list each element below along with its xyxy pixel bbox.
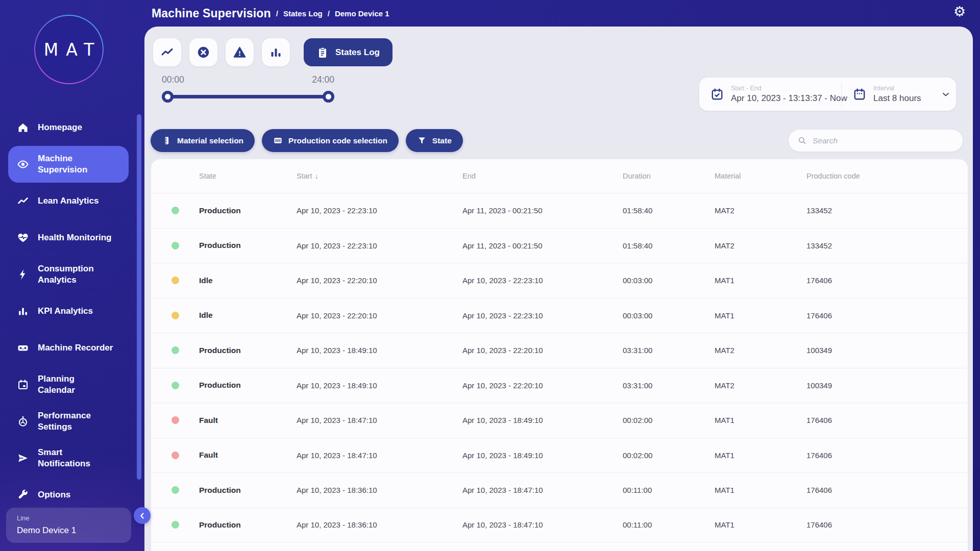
cell-production-code: 176406 [806,451,968,460]
table-row[interactable]: ProductionApr 10, 2023 - 18:36:10Apr 10,… [151,508,968,543]
slider-handle-end[interactable] [323,91,334,103]
sidebar-item-label: PerformanceSettings [38,410,91,433]
sidebar-item-kpi-analytics[interactable]: KPI Analytics [8,293,129,330]
cell-state: Idle [199,311,297,320]
state-filter-button[interactable]: State [406,129,463,152]
sidebar-item-label: PlanningCalendar [38,373,75,396]
slider-start-label: 00:00 [162,74,184,85]
toolbar-warnings-button[interactable] [226,38,254,66]
cell-production-code: 133452 [806,206,968,215]
sidebar-item-performance-settings[interactable]: PerformanceSettings [8,403,129,440]
calendar-dots-icon [853,88,866,101]
toolbar-trend-button[interactable] [153,38,181,66]
sidebar-item-label: Machine Recorder [38,342,113,354]
chevron-left-icon [137,511,148,521]
stopwatch-icon [17,415,29,428]
sidebar-item-label: MachineSupervision [38,153,87,176]
state-dot [172,242,179,249]
cell-end: Apr 11, 2023 - 00:21:50 [462,241,623,250]
state-dot [172,312,179,319]
sort-arrow-icon: ↓ [315,172,318,180]
cell-material: MAT2 [715,241,806,250]
breadcrumb-device[interactable]: Demo Device 1 [335,9,389,18]
states-table-body: ProductionApr 10, 2023 - 22:23:10Apr 11,… [151,193,968,542]
sidebar-item-machine-recorder[interactable]: Machine Recorder [8,330,129,366]
states-log-label: States Log [335,47,380,58]
cell-material: MAT2 [715,346,806,355]
bolt-icon [17,268,29,281]
heart-icon [17,232,29,244]
cell-material: MAT1 [715,416,806,424]
search-input[interactable] [813,136,954,145]
bar-chart-icon [269,45,283,59]
column-header-end[interactable]: End [462,172,623,180]
cell-duration: 00:03:00 [623,276,715,285]
cell-state: Production [199,381,297,390]
cell-start: Apr 10, 2023 - 18:47:10 [297,416,462,424]
column-header-production-code[interactable]: Production code [806,172,968,180]
table-row[interactable]: ProductionApr 10, 2023 - 18:49:10Apr 10,… [151,368,968,403]
recorder-icon [17,342,29,354]
device-card[interactable]: Line Demo Device 1 [6,508,131,543]
sidebar-scrollbar[interactable] [137,114,141,480]
column-header-start[interactable]: Start↓ [297,172,462,180]
trend-icon [160,45,174,59]
cell-duration: 00:02:00 [623,451,715,460]
cell-end: Apr 10, 2023 - 18:49:10 [462,416,623,424]
cell-start: Apr 10, 2023 - 22:23:10 [297,206,462,215]
table-row[interactable]: ProductionApr 10, 2023 - 18:36:10Apr 10,… [151,472,968,508]
warning-icon [233,45,247,59]
table-row[interactable]: FaultApr 10, 2023 - 18:47:10Apr 10, 2023… [151,438,968,473]
table-row[interactable]: FaultApr 10, 2023 - 18:47:10Apr 10, 2023… [151,403,968,438]
state-dot [172,277,179,284]
cell-production-code: 176406 [806,520,968,529]
sidebar-collapse-button[interactable] [134,507,151,524]
breadcrumb-states-log[interactable]: States Log [283,9,323,18]
interval-selector[interactable]: Interval Last 8 hours [842,85,951,104]
cell-end: Apr 10, 2023 - 22:23:10 [462,276,623,285]
settings-gear-icon[interactable]: ⚙ [953,5,966,19]
table-row[interactable]: ProductionApr 10, 2023 - 22:23:10Apr 11,… [151,193,968,228]
material-selection-button[interactable]: Material selection [151,129,255,152]
state-dot [172,416,179,424]
sidebar-item-smart-notifications[interactable]: SmartNotifications [8,440,129,477]
production-code-selection-button[interactable]: Production code selection [262,129,399,152]
table-row[interactable]: ProductionApr 10, 2023 - 18:49:10Apr 10,… [151,333,968,368]
sidebar-item-health-monitoring[interactable]: Health Monitoring [8,219,129,256]
device-card-value: Demo Device 1 [17,525,131,536]
cell-duration: 00:11:00 [623,486,715,494]
cell-start: Apr 10, 2023 - 18:36:10 [297,520,462,529]
cell-state: Production [199,241,297,250]
slider-handle-start[interactable] [162,91,174,103]
toolbar-faults-button[interactable] [189,38,217,66]
column-header-duration[interactable]: Duration [623,172,715,180]
start-end-selector[interactable]: Start - End Apr 10, 2023 - 13:13:37 - No… [699,85,841,104]
table-row[interactable]: ProductionApr 10, 2023 - 22:23:10Apr 11,… [151,228,968,263]
states-log-button[interactable]: States Log [304,38,393,66]
column-header-state[interactable]: State [199,172,297,180]
slider-track[interactable] [162,91,334,102]
sidebar-item-homepage[interactable]: Homepage [8,109,129,146]
ruler-icon [162,136,172,145]
sidebar-item-label: Lean Analytics [38,195,99,207]
x-circle-icon [197,45,210,59]
cell-end: Apr 10, 2023 - 22:23:10 [462,311,623,320]
sidebar-item-machine-supervision[interactable]: MachineSupervision [8,146,129,183]
toolbar-bars-button[interactable] [262,38,290,66]
cell-production-code: 100349 [806,346,968,355]
column-header-material[interactable]: Material [715,172,806,180]
cell-material: MAT1 [715,520,806,529]
cell-production-code: 176406 [806,311,968,320]
cell-state: Production [199,206,297,215]
device-card-label: Line [17,514,131,522]
interval-value: Last 8 hours [873,93,921,104]
sidebar-item-planning-calendar[interactable]: PlanningCalendar [8,366,129,403]
cell-material: MAT2 [715,206,806,215]
sidebar-item-consumption-analytics[interactable]: ConsumptionAnalytics [8,256,129,293]
table-row[interactable]: IdleApr 10, 2023 - 22:20:10Apr 10, 2023 … [151,263,968,298]
sidebar-item-lean-analytics[interactable]: Lean Analytics [8,183,129,219]
sidebar-item-label: Homepage [38,122,82,133]
state-dot [172,452,179,459]
table-row[interactable]: IdleApr 10, 2023 - 22:20:10Apr 10, 2023 … [151,298,968,333]
cell-material: MAT1 [715,451,806,460]
